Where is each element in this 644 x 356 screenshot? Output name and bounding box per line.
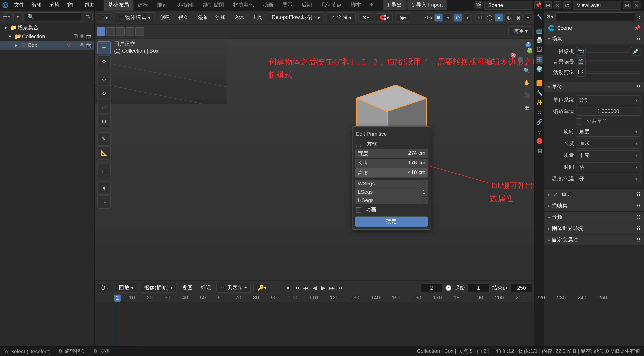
pin-icon[interactable]: 📌 [534, 1, 542, 9]
timeline-menu-marker[interactable]: 标记 [198, 283, 214, 292]
constraint-tab-icon[interactable]: 🔗 [536, 118, 544, 126]
outliner-row-collection[interactable]: ▾ 📂 Collection ☑ 👁 📷 [0, 32, 94, 41]
shading-solid[interactable]: ● [495, 13, 504, 22]
workspace-tab[interactable]: 动画 [258, 0, 278, 10]
height-field[interactable]: 高度418 cm [355, 168, 428, 178]
outliner-search-input[interactable]: 🔍 [25, 12, 81, 21]
current-frame-field[interactable]: 2 [420, 283, 442, 292]
timeline-menu-view[interactable]: 视图 [180, 283, 195, 292]
scene-icon[interactable]: 🎬 [576, 57, 586, 66]
hsegs-field[interactable]: HSegs1 [355, 196, 428, 204]
jump-start-button[interactable]: ⏮ [293, 284, 301, 292]
mass-dropdown[interactable]: 千克 [576, 150, 640, 161]
viewport-menu-create[interactable]: 创建 [157, 13, 173, 22]
pin-icon[interactable]: 📌 [634, 25, 640, 31]
material-tab-icon[interactable]: 🔴 [536, 137, 544, 146]
width-field[interactable]: 宽度274 cm [355, 149, 428, 158]
clip-icon[interactable]: 🎞 [576, 68, 586, 77]
gizmo-dropdown[interactable]: ▾ [444, 13, 452, 22]
playhead[interactable] [116, 302, 116, 346]
shading-wireframe[interactable]: ◯ [485, 13, 494, 22]
outliner-row-scene-collection[interactable]: ▾ 📁 场景集合 [0, 23, 94, 32]
viewport-menu-tools[interactable]: 工具 [250, 13, 265, 22]
scale-field[interactable]: 1.000000 [576, 107, 640, 116]
orientation-dropdown[interactable]: ↗ 全局 ▾ [327, 12, 356, 22]
output-tab-icon[interactable]: 🖨️ [536, 36, 544, 45]
keying-section-header[interactable]: ▸插帧集⠿ [544, 200, 644, 211]
new-scene-icon[interactable]: ⊞ [544, 1, 552, 9]
clock-icon[interactable]: 🕐 [445, 285, 452, 291]
physics-tab-icon[interactable]: ⊚ [536, 108, 544, 117]
viewport-menu-add[interactable]: 添加 [212, 13, 228, 22]
pan-icon[interactable]: ✋ [522, 78, 532, 88]
viewlayer-browse-icon[interactable]: 🗂 [563, 1, 571, 9]
viewlayer-name-field[interactable]: ViewLayer [573, 1, 621, 9]
transform-tool[interactable]: ⊡ [98, 115, 111, 128]
wsegs-field[interactable]: WSegs1 [355, 180, 428, 187]
play-button[interactable]: ▶ [319, 284, 327, 292]
curve-tool-1[interactable]: ↯ [98, 181, 111, 195]
current-frame-marker[interactable]: 2 [114, 295, 120, 302]
3d-viewport[interactable]: Edit Primitive ⬚ 方框 宽度274 cm 长度176 cm 高度… [95, 38, 534, 280]
camera-icon[interactable]: 📷 [86, 42, 92, 48]
menu-help[interactable]: 帮助 [81, 0, 98, 10]
editor-type-icon[interactable]: ⚙▾ [546, 13, 554, 20]
overlay-dropdown[interactable]: ▾ [463, 13, 472, 22]
camera-icon[interactable]: 📷 [576, 47, 586, 56]
menu-edit[interactable]: 编辑 [28, 0, 46, 10]
perspective-toggle-icon[interactable]: ▦ [522, 103, 532, 112]
workspace-tab[interactable]: 材质着色 [228, 0, 258, 10]
snap-dropdown[interactable]: 🧲▾ [376, 13, 393, 22]
time-dropdown[interactable]: 秒 [576, 162, 640, 172]
scene-name-field[interactable]: Scene [484, 1, 532, 9]
workspace-tab[interactable]: 雕刻 [153, 0, 172, 10]
rigidbody-section-header[interactable]: ▸刚体世界环境⠿ [544, 223, 644, 234]
timeline-ruler[interactable]: 2 10203040506070809010011012013014015016… [95, 295, 534, 302]
play-reverse-button[interactable]: ◀ [310, 284, 318, 292]
lsegs-field[interactable]: LSegs1 [355, 188, 428, 196]
annotate-tool[interactable]: ✎ [98, 133, 111, 146]
overlay-toggle[interactable]: ⊙ [454, 13, 462, 22]
workspace-tab[interactable]: UV编辑 [172, 0, 199, 10]
select-mode-invert[interactable] [126, 27, 134, 36]
workspace-tab[interactable]: 后期 [297, 0, 316, 10]
gravity-section-header[interactable]: ▸✓重力⠿ [544, 189, 644, 200]
outliner-row-object[interactable]: ▸ ▽ Box ▽ 👁 📷 [0, 41, 94, 49]
autokey-toggle[interactable]: 🔑▾ [254, 283, 270, 292]
world-tab-icon[interactable]: 🌍 [536, 65, 544, 73]
temp-dropdown[interactable]: 开 [576, 174, 640, 184]
eye-icon[interactable]: 👁 [80, 42, 85, 48]
particle-tab-icon[interactable]: ✨ [536, 98, 544, 107]
checkbox-icon[interactable] [356, 207, 361, 212]
shading-dropdown[interactable]: ▾ [524, 13, 532, 22]
properties-search-input[interactable] [555, 12, 635, 21]
select-mode-intersect[interactable] [135, 27, 144, 36]
workspace-tab[interactable]: 几何节点 [316, 0, 346, 10]
eyedropper-icon[interactable]: 💉 [631, 47, 640, 56]
scale-tool[interactable]: ⤢ [98, 101, 111, 114]
add-cube-tool[interactable]: ⬚ [98, 164, 111, 177]
camera-icon[interactable]: 📷 [86, 33, 92, 39]
unit-system-dropdown[interactable]: 公制 [576, 95, 640, 105]
mode-dropdown[interactable]: ⬚ 物体模式 ▾ [114, 12, 154, 22]
workspace-tab[interactable]: 建模 [134, 0, 153, 10]
navigation-gizmo[interactable]: Z Y X [510, 41, 532, 63]
delete-scene-icon[interactable]: ✕ [554, 1, 562, 9]
data-tab-icon[interactable]: ▽ [536, 127, 544, 136]
pivot-dropdown[interactable]: ⊙▾ [358, 13, 373, 22]
scene-tab-icon[interactable]: 🌐 [536, 55, 544, 64]
ok-button[interactable]: 确定 [355, 216, 428, 227]
checkbox-icon[interactable]: ☑ [73, 33, 78, 39]
mesh-data-icon[interactable]: ▽ [67, 42, 71, 48]
scene-section-header[interactable]: ▾场景⠿ [544, 33, 644, 44]
gravity-checkbox[interactable]: ✓ [554, 191, 558, 197]
record-button[interactable]: ● [284, 284, 292, 292]
curve-tool-2[interactable]: ⁓ [98, 195, 111, 209]
bg-scene-field[interactable] [587, 60, 640, 63]
audio-section-header[interactable]: ▸音频⠿ [544, 212, 644, 222]
playback-dropdown[interactable]: 回放 ▾ [115, 283, 138, 293]
move-tool[interactable]: ✢ [98, 73, 111, 86]
length-field[interactable]: 长度176 cm [355, 159, 428, 168]
texture-tab-icon[interactable]: ▦ [536, 146, 544, 155]
scene-browse-icon[interactable]: 🎬 [474, 1, 482, 9]
